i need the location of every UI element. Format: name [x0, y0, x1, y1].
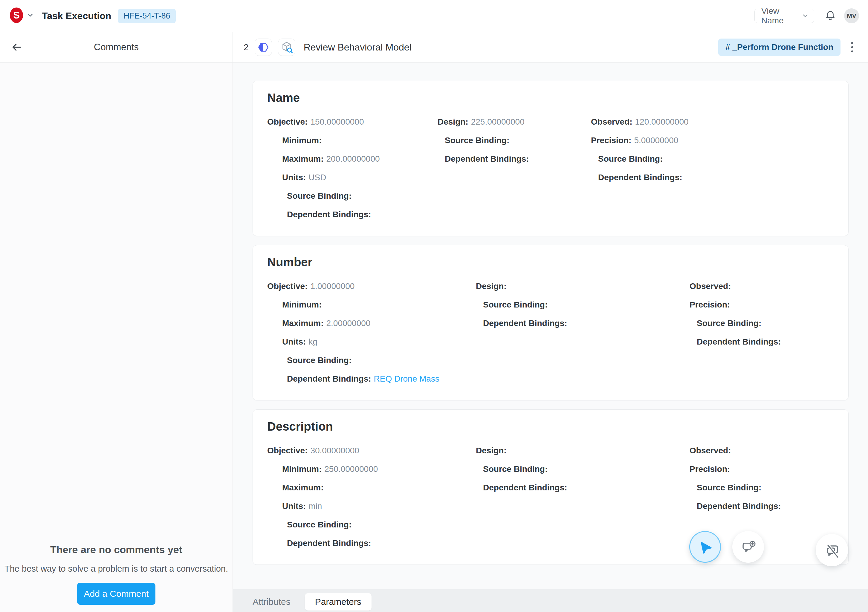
task-id-badge: HFE-54-T-86 — [118, 9, 176, 23]
field-row: Precision: — [690, 296, 836, 314]
field-label: Observed: — [591, 117, 632, 126]
card-columns: Objective:150.00000000Minimum:Maximum:20… — [267, 113, 836, 224]
card-column: Design:Source Binding:Dependent Bindings… — [476, 277, 690, 388]
field-row: Maximum:200.00000000 — [267, 150, 437, 168]
add-comment-fab[interactable] — [732, 531, 764, 563]
comments-off-icon — [823, 542, 840, 558]
field-label: Precision: — [690, 300, 730, 309]
model-inspect-button[interactable] — [278, 39, 295, 56]
field-row: Source Binding: — [437, 131, 591, 150]
svg-text:S: S — [13, 10, 20, 21]
field-label: Dependent Bindings: — [697, 502, 781, 511]
tab-parameters[interactable]: Parameters — [305, 593, 372, 610]
field-value: 2.00000000 — [326, 319, 370, 328]
comments-panel-title: Comments — [0, 42, 232, 53]
field-label: Precision: — [690, 464, 730, 474]
field-value: 1.00000000 — [310, 282, 355, 291]
hide-comments-fab[interactable] — [816, 534, 848, 566]
field-label: Observed: — [690, 282, 731, 291]
parameters-panel: NameObjective:150.00000000Minimum:Maximu… — [233, 63, 868, 612]
field-label: Dependent Bindings: — [483, 483, 567, 492]
parameter-card: NumberObjective:1.00000000Minimum:Maximu… — [253, 245, 849, 400]
view-name-label: View Name — [761, 6, 801, 25]
comments-empty-state: There are no comments yet The best way t… — [0, 544, 232, 605]
field-label: Precision: — [591, 136, 631, 145]
field-value: 250.00000000 — [324, 464, 378, 474]
card-title: Name — [267, 91, 836, 105]
card-column: Objective:1.00000000Minimum:Maximum:2.00… — [267, 277, 476, 388]
view-name-dropdown[interactable]: View Name — [755, 9, 814, 23]
kebab-menu-icon[interactable] — [848, 41, 857, 54]
sub-header: Comments 2 Review Behavioral Model # _Pe… — [0, 32, 868, 63]
field-label: Source Binding: — [483, 464, 547, 474]
back-arrow-icon[interactable] — [11, 41, 23, 53]
field-label: Source Binding: — [287, 356, 352, 365]
empty-state-subtitle: The best way to solve a problem is to st… — [0, 564, 232, 574]
field-value: 225.00000000 — [471, 117, 525, 126]
field-row: Precision:5.00000000 — [591, 131, 836, 150]
field-label: Objective: — [267, 117, 308, 126]
field-label: Dependent Bindings: — [287, 374, 371, 383]
field-row: Dependent Bindings: — [690, 497, 836, 516]
dependent-binding-link[interactable]: REQ Drone Mass — [374, 374, 439, 383]
field-value: min — [308, 502, 322, 511]
card-title: Number — [267, 255, 836, 269]
field-row: Units:kg — [267, 333, 476, 351]
bottom-tab-bar: Attributes Parameters — [233, 589, 868, 612]
parameter-count: 2 — [243, 42, 249, 52]
field-label: Units: — [282, 337, 306, 346]
field-row: Minimum: — [267, 296, 476, 314]
task-title: Review Behavioral Model — [304, 42, 412, 53]
field-row: Source Binding: — [476, 460, 690, 479]
field-label: Units: — [282, 502, 306, 511]
field-row: Dependent Bindings: — [476, 314, 690, 333]
field-row: Source Binding: — [690, 314, 836, 333]
field-row: Minimum:250.00000000 — [267, 460, 476, 479]
cube-search-icon — [280, 40, 293, 54]
field-row: Objective:30.00000000 — [267, 442, 476, 460]
field-label: Maximum: — [282, 319, 323, 328]
field-row: Observed: — [690, 277, 836, 296]
field-row: Units:min — [267, 497, 476, 516]
comments-panel: There are no comments yet The best way t… — [0, 63, 233, 612]
run-task-button[interactable] — [689, 531, 721, 563]
card-column: Objective:30.00000000Minimum:250.0000000… — [267, 442, 476, 553]
field-row: Observed: — [690, 442, 836, 460]
app-logo-icon[interactable]: S — [9, 7, 23, 25]
field-label: Minimum: — [282, 136, 322, 145]
top-bar: S Task Execution HFE-54-T-86 View Name M… — [0, 0, 868, 32]
field-row: Source Binding: — [267, 187, 437, 205]
add-comment-button[interactable]: Add a Comment — [77, 583, 155, 605]
user-avatar[interactable]: MV — [844, 8, 859, 23]
field-row: Dependent Bindings: — [267, 205, 437, 224]
field-label: Maximum: — [282, 483, 323, 492]
field-row: Dependent Bindings: — [267, 534, 476, 553]
field-row: Source Binding: — [476, 296, 690, 314]
field-row: Source Binding: — [267, 351, 476, 370]
state-hexagon-button[interactable] — [255, 39, 272, 56]
field-row: Maximum: — [267, 479, 476, 497]
chevron-down-icon[interactable] — [26, 11, 34, 20]
card-title: Description — [267, 419, 836, 434]
run-cursor-icon — [698, 539, 713, 555]
field-row: Objective:150.00000000 — [267, 113, 437, 131]
field-label: Objective: — [267, 446, 308, 455]
field-label: Source Binding: — [598, 154, 663, 163]
card-column: Observed:Precision:Source Binding:Depend… — [690, 277, 836, 388]
field-label: Design: — [476, 446, 507, 455]
field-label: Minimum: — [282, 300, 322, 309]
function-badge[interactable]: # _Perform Drone Function — [718, 39, 840, 56]
field-value: 150.00000000 — [310, 117, 364, 126]
field-label: Objective: — [267, 282, 308, 291]
card-column: Objective:150.00000000Minimum:Maximum:20… — [267, 113, 437, 224]
card-column: Observed:120.00000000Precision:5.0000000… — [591, 113, 836, 224]
tab-attributes[interactable]: Attributes — [242, 593, 301, 610]
field-row: Design:225.00000000 — [437, 113, 591, 131]
card-column: Design:225.00000000Source Binding:Depend… — [437, 113, 591, 224]
field-row: Units:USD — [267, 168, 437, 187]
field-label: Observed: — [690, 446, 731, 455]
notifications-bell-icon[interactable] — [825, 10, 836, 22]
field-row: Source Binding: — [267, 516, 476, 534]
field-row: Source Binding: — [690, 479, 836, 497]
field-row: Objective:1.00000000 — [267, 277, 476, 296]
